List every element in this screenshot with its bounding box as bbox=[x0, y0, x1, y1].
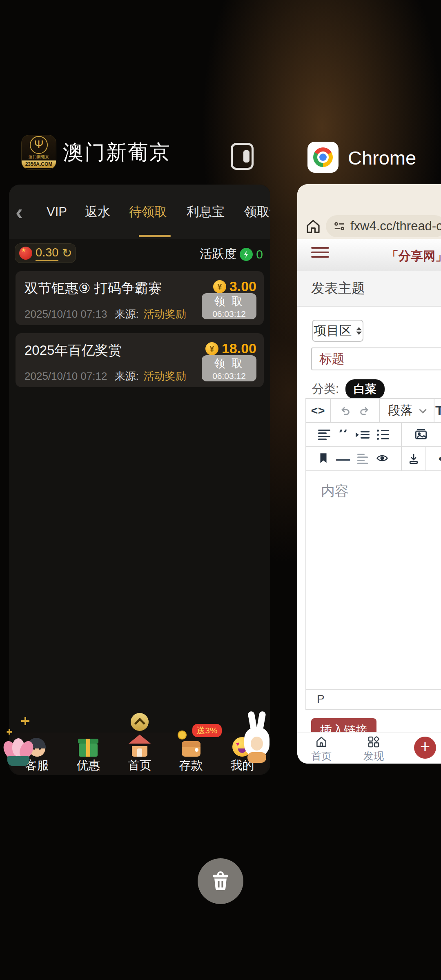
freeform-window-icon[interactable] bbox=[231, 143, 254, 170]
chrome-app-title: Chrome bbox=[348, 145, 416, 171]
tab-vip[interactable]: VIP bbox=[47, 205, 67, 219]
browser-top-bar: fxw4.cc/thread-create bbox=[297, 184, 441, 239]
lotus-emblem-icon: Ψ bbox=[30, 136, 48, 154]
category-row: 分类: 白菜 bbox=[312, 379, 385, 399]
balance-pill[interactable]: ★ 0.30 ↻ bbox=[15, 243, 76, 263]
chevron-up-icon bbox=[134, 718, 145, 729]
active-tab-underline bbox=[139, 235, 171, 237]
left-app-card[interactable]: ‹ 任务 VIP 返水 待领取 利息宝 领取记录 ★ 0.30 ↻ 活跃度 0 … bbox=[9, 185, 270, 775]
media-group bbox=[402, 423, 441, 446]
align-left-icon[interactable] bbox=[318, 430, 330, 440]
delete-app-button[interactable] bbox=[198, 858, 243, 904]
nav-label: 优惠 bbox=[76, 757, 100, 774]
reward-meta: 2025/10/10 07:12 来源: 活动奖励 bbox=[24, 369, 186, 383]
reward-amount-value: 18.00 bbox=[222, 341, 256, 356]
toolbar-row-2: ” bbox=[306, 423, 441, 447]
claim-button[interactable]: 领 取 06:03:12 bbox=[202, 293, 256, 319]
redo-icon[interactable] bbox=[359, 405, 371, 417]
editor-box: <> 段落 T ” bbox=[305, 398, 441, 710]
site-header: 「分享网」项 bbox=[297, 239, 441, 271]
add-post-button[interactable]: + bbox=[414, 737, 436, 759]
nav-item-youhui[interactable]: 优惠 bbox=[66, 734, 111, 774]
gift-icon bbox=[76, 734, 100, 757]
site-title: 「分享网」项 bbox=[386, 248, 441, 265]
claim-countdown: 06:03:12 bbox=[212, 371, 246, 381]
nav-home[interactable]: 首页 bbox=[303, 735, 340, 763]
nav-item-cunkuan[interactable]: 送3% 存款 bbox=[169, 734, 214, 774]
horizontal-rule-icon[interactable]: — bbox=[336, 451, 350, 467]
reward-card: 双节钜惠⑨ 打码争霸赛 ¥ 3.00 2025/10/10 07:13 来源: … bbox=[16, 271, 264, 325]
forum-select[interactable]: 项目区 bbox=[312, 320, 363, 342]
nav-home-label: 首页 bbox=[311, 749, 332, 763]
nav-item-shouye[interactable]: 首页 bbox=[117, 734, 162, 774]
code-button[interactable]: <> bbox=[306, 399, 331, 422]
back-chevron-icon[interactable]: ‹ bbox=[16, 201, 23, 223]
toc-list-icon[interactable] bbox=[357, 454, 368, 464]
forum-select-value: 项目区 bbox=[314, 322, 352, 339]
insert-group: — bbox=[306, 447, 402, 470]
reward-amount: ¥ 18.00 bbox=[205, 341, 256, 356]
tab-lixibao[interactable]: 利息宝 bbox=[187, 203, 225, 220]
china-flag-icon: ★ bbox=[19, 247, 32, 260]
reward-source-label: 来源: bbox=[114, 307, 138, 321]
sparkle-decoration bbox=[7, 729, 12, 735]
tab-fanshui[interactable]: 返水 bbox=[85, 203, 110, 220]
refresh-icon[interactable]: ↻ bbox=[62, 247, 72, 259]
browser-home-icon[interactable] bbox=[305, 218, 322, 237]
tab-bar: ‹ 任务 VIP 返水 待领取 利息宝 领取记录 bbox=[9, 185, 270, 239]
rabbit-decoration bbox=[240, 711, 275, 773]
indent-icon[interactable] bbox=[356, 431, 370, 439]
page-heading-band: 发表主题 bbox=[297, 271, 441, 307]
freeform-inner-pane bbox=[243, 150, 249, 163]
page-heading: 发表主题 bbox=[311, 271, 365, 306]
editor-status-bar: P bbox=[306, 689, 441, 708]
download-button[interactable] bbox=[402, 447, 426, 470]
activity-value: 0 bbox=[256, 247, 263, 261]
text-format-button[interactable]: T bbox=[434, 399, 441, 422]
activity-row: 活跃度 0 bbox=[200, 246, 263, 263]
nav-discover[interactable]: 发现 bbox=[355, 735, 392, 763]
reward-date: 2025/10/10 07:12 bbox=[24, 370, 107, 383]
blockquote-icon[interactable]: ” bbox=[338, 430, 348, 440]
format-group: ” bbox=[306, 423, 402, 446]
reward-meta: 2025/10/10 07:13 来源: 活动奖励 bbox=[24, 307, 186, 321]
chrome-app-card[interactable]: fxw4.cc/thread-create 「分享网」项 发表主题 项目区 标题… bbox=[297, 184, 441, 764]
reward-source-value: 活动奖励 bbox=[144, 307, 186, 321]
chrome-app-icon[interactable] bbox=[307, 142, 339, 173]
menu-icon[interactable] bbox=[311, 247, 329, 258]
activity-label: 活跃度 bbox=[200, 246, 236, 263]
reward-amount: ¥ 3.00 bbox=[213, 278, 256, 294]
claim-button[interactable]: 领 取 06:03:12 bbox=[202, 355, 256, 381]
trash-icon bbox=[209, 870, 232, 893]
url-bar[interactable]: fxw4.cc/thread-create bbox=[326, 215, 441, 237]
claim-label: 领 取 bbox=[214, 356, 244, 371]
select-arrows-icon bbox=[356, 327, 362, 335]
bottom-nav: 客服 优惠 首页 送3% 存款 我的 bbox=[11, 733, 268, 775]
category-label: 分类: bbox=[312, 381, 339, 397]
undo-icon[interactable] bbox=[339, 405, 351, 417]
claim-countdown: 06:03:12 bbox=[212, 309, 246, 319]
left-app-title: 澳门新葡京 bbox=[63, 138, 171, 167]
claim-label: 领 取 bbox=[214, 294, 244, 309]
left-app-icon[interactable]: Ψ 澳门新葡京 2356A.COM bbox=[21, 135, 56, 170]
coin-icon: ¥ bbox=[213, 280, 226, 293]
more-button[interactable]: ••• bbox=[426, 447, 441, 470]
balance-amount: 0.30 bbox=[36, 246, 58, 261]
history-group bbox=[331, 399, 380, 422]
collapse-chevron-button[interactable] bbox=[131, 713, 149, 731]
preview-eye-icon[interactable] bbox=[375, 452, 389, 466]
editor-content[interactable]: 内容 bbox=[306, 471, 441, 689]
nav-label: 存款 bbox=[179, 757, 203, 774]
tab-dailingqu[interactable]: 待领取 bbox=[129, 203, 167, 220]
bookmark-icon[interactable] bbox=[318, 452, 329, 466]
toolbar-row-3: — ••• bbox=[306, 447, 441, 471]
bonus-badge: 送3% bbox=[192, 724, 221, 737]
image-icon[interactable] bbox=[414, 427, 428, 443]
title-input[interactable]: 标题 bbox=[311, 347, 441, 370]
lotus-decoration bbox=[2, 737, 38, 777]
app-switcher-screen: Ψ 澳门新葡京 2356A.COM 澳门新葡京 Chrome ‹ 任务 VIP … bbox=[0, 0, 441, 980]
category-pill[interactable]: 白菜 bbox=[345, 379, 385, 399]
tab-lingqujilu[interactable]: 领取记录 bbox=[244, 203, 270, 220]
bullet-list-icon[interactable] bbox=[377, 430, 389, 440]
paragraph-dropdown[interactable]: 段落 bbox=[380, 399, 434, 422]
